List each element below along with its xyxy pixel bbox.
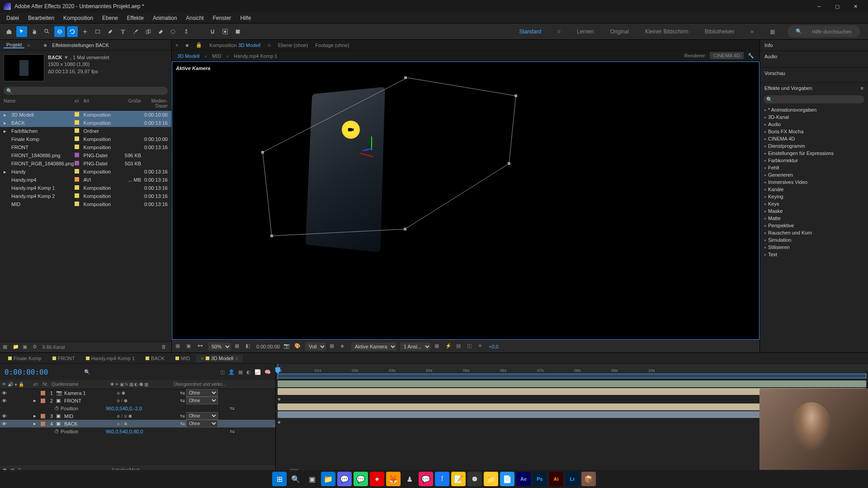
- project-item[interactable]: ▸ Handy Komposition 0:00:13:16: [0, 168, 171, 176]
- renderer-value[interactable]: CINEMA 4D: [710, 52, 744, 59]
- project-item[interactable]: ▸ 3D Modell Komposition 0:00:10:00: [0, 111, 171, 119]
- effect-category[interactable]: Einstellungen für Expressions: [760, 150, 868, 157]
- channel-icon[interactable]: ▣: [186, 343, 193, 350]
- project-item[interactable]: FRONT Komposition 0:00:13:16: [0, 143, 171, 151]
- effect-category[interactable]: Perspektive: [760, 222, 868, 229]
- menu-fenster[interactable]: Fenster: [208, 15, 236, 21]
- menu-hilfe[interactable]: Hilfe: [236, 15, 255, 21]
- start-button[interactable]: ⊞: [272, 472, 287, 486]
- preview-panel-header[interactable]: Vorschau: [760, 68, 868, 79]
- effect-settings-tab[interactable]: Effekteinstellungen BACK: [49, 42, 112, 48]
- rect-tool[interactable]: [92, 26, 103, 37]
- project-item[interactable]: Handy.mp4 Komp 1 Komposition 0:00:13:16: [0, 184, 171, 192]
- project-search[interactable]: [4, 87, 168, 95]
- alpha-icon[interactable]: ▦: [175, 343, 183, 350]
- anchor-tool[interactable]: [80, 26, 90, 37]
- taskbar-photoshop[interactable]: Ps: [533, 472, 547, 486]
- taskbar-search[interactable]: 🔍: [288, 472, 303, 486]
- clone-tool[interactable]: [143, 26, 154, 37]
- audio-panel-header[interactable]: Audio: [760, 51, 868, 62]
- camera-marker[interactable]: [342, 121, 360, 139]
- menu-komposition[interactable]: Komposition: [59, 15, 98, 21]
- effect-category[interactable]: Kanäle: [760, 186, 868, 193]
- effect-category[interactable]: Stilisieren: [760, 244, 868, 251]
- taskbar-illustrator[interactable]: Ai: [549, 472, 563, 486]
- timecode-display[interactable]: 0:00:00:00: [5, 368, 48, 376]
- show-channel-icon[interactable]: 🎨: [294, 343, 302, 350]
- menu-ansicht[interactable]: Ansicht: [181, 15, 208, 21]
- taskbar-notes[interactable]: 📝: [451, 472, 466, 486]
- breadcrumb-0[interactable]: 3D Modell: [177, 53, 200, 59]
- snap-tool[interactable]: [207, 26, 218, 37]
- project-item[interactable]: MID Komposition 0:00:13:16: [0, 200, 171, 208]
- info-panel-header[interactable]: Info: [760, 40, 868, 51]
- effect-category[interactable]: Dienstprogramm: [760, 142, 868, 150]
- folder-icon[interactable]: 📁: [13, 344, 20, 351]
- minimize-button[interactable]: ─: [810, 0, 828, 13]
- taskbar-app2[interactable]: ♟: [402, 472, 417, 486]
- orbit-tool[interactable]: [54, 26, 65, 37]
- effect-category[interactable]: Farbkorrektur: [760, 157, 868, 164]
- comp-mini-flow-icon[interactable]: ◫: [220, 369, 225, 375]
- effect-category[interactable]: * Animationsvorgaben: [760, 106, 868, 113]
- taskbar-whatsapp[interactable]: 💬: [354, 472, 368, 486]
- camera-select[interactable]: Aktive Kamera: [351, 343, 396, 351]
- motion-blur-icon[interactable]: ◐: [246, 369, 251, 375]
- taskbar-app3[interactable]: 📦: [581, 472, 596, 486]
- new-comp-icon[interactable]: ▣: [23, 344, 30, 351]
- effects-menu-icon[interactable]: ≡: [861, 85, 863, 91]
- interpret-icon[interactable]: ▦: [3, 344, 10, 351]
- effect-category[interactable]: Boris FX Mocha: [760, 128, 868, 135]
- taskbar-explorer[interactable]: 📁: [321, 472, 335, 486]
- effect-category[interactable]: Keying: [760, 193, 868, 200]
- timeline-tab[interactable]: × 3D Modell ≡: [196, 355, 242, 362]
- project-item[interactable]: ▸ BACK Komposition 0:00:13:16: [0, 119, 171, 127]
- workspace-lernen[interactable]: Lernen: [573, 27, 597, 37]
- breadcrumb-1[interactable]: MID: [212, 53, 221, 59]
- layer-row[interactable]: 👁 ▸ 3 ▣ MID ⊕ / ⊖ ⬢ ⮀ Ohne: [0, 412, 275, 420]
- work-area[interactable]: [278, 374, 866, 378]
- project-tab[interactable]: Projekt: [4, 42, 24, 48]
- effect-category[interactable]: Text: [760, 251, 868, 258]
- help-search[interactable]: 🔍 Hilfe durchsuchen: [788, 25, 860, 38]
- effect-category[interactable]: Maske: [760, 207, 868, 215]
- project-item[interactable]: FRONT_RGB_1840886.png PNG-Datei 503 KB: [0, 160, 171, 168]
- project-search-input[interactable]: [4, 87, 168, 95]
- roto-tool[interactable]: [168, 26, 179, 37]
- col-dur[interactable]: Medien-Dauer: [141, 99, 168, 108]
- timeline-tab[interactable]: Handy.mp4 Komp 1: [81, 355, 139, 362]
- mask-vis-icon[interactable]: 👓: [197, 343, 204, 350]
- taskbar-app1[interactable]: ●: [370, 472, 384, 486]
- comp-tab-footage[interactable]: Footage (ohne): [315, 42, 349, 48]
- menu-bearbeiten[interactable]: Bearbeiten: [24, 15, 59, 21]
- zoom-select[interactable]: 50%: [208, 343, 231, 351]
- breadcrumb-2[interactable]: Handy.mp4 Komp 1: [234, 53, 277, 59]
- workspace-bibliotheken[interactable]: Bibliotheken: [701, 27, 738, 37]
- taskbar-discord[interactable]: 💬: [337, 472, 352, 486]
- effect-category[interactable]: Keys: [760, 200, 868, 207]
- taskbar-taskview[interactable]: ▣: [305, 472, 319, 486]
- project-item[interactable]: Handy.mp4 AVI ... MB 0:00:13:16: [0, 176, 171, 184]
- taskbar-aftereffects[interactable]: Ae: [516, 472, 531, 486]
- effects-search-input[interactable]: [764, 95, 864, 103]
- effect-category[interactable]: Fehlt: [760, 164, 868, 171]
- effect-category[interactable]: Matte: [760, 215, 868, 222]
- close-button[interactable]: ✕: [846, 0, 864, 13]
- layer-row[interactable]: 👁 ▸ 2 ▣ FRONT ⊕ / ⬢ ⮀ Ohne: [0, 397, 275, 404]
- renderer-settings-icon[interactable]: 🔧: [748, 53, 754, 58]
- trash-icon[interactable]: 🗑: [161, 344, 169, 351]
- playhead[interactable]: [278, 364, 278, 380]
- frame-blend-icon[interactable]: ▦: [238, 369, 243, 375]
- effect-category[interactable]: Rauschen und Korn: [760, 229, 868, 236]
- col-art[interactable]: Art: [84, 99, 119, 108]
- mask-tool[interactable]: [220, 26, 231, 37]
- views-select[interactable]: 1 Ansi...: [400, 343, 431, 351]
- layer-row[interactable]: 👁 1 📷 Kamera 1 ⊕ ⬢ ⮀ Ohne: [0, 389, 275, 397]
- taskbar-facebook[interactable]: f: [435, 472, 449, 486]
- puppet-tool[interactable]: [181, 26, 192, 37]
- taskbar-obs[interactable]: ⏺: [467, 472, 482, 486]
- project-item[interactable]: FRONT_1840886.png PNG-Datei 596 KB: [0, 151, 171, 160]
- settings-icon[interactable]: ⚙: [33, 344, 40, 351]
- layer-bar[interactable]: [276, 380, 868, 388]
- layer-property-row[interactable]: ⏱Position960,0,540,0,80,0⮀: [0, 427, 275, 435]
